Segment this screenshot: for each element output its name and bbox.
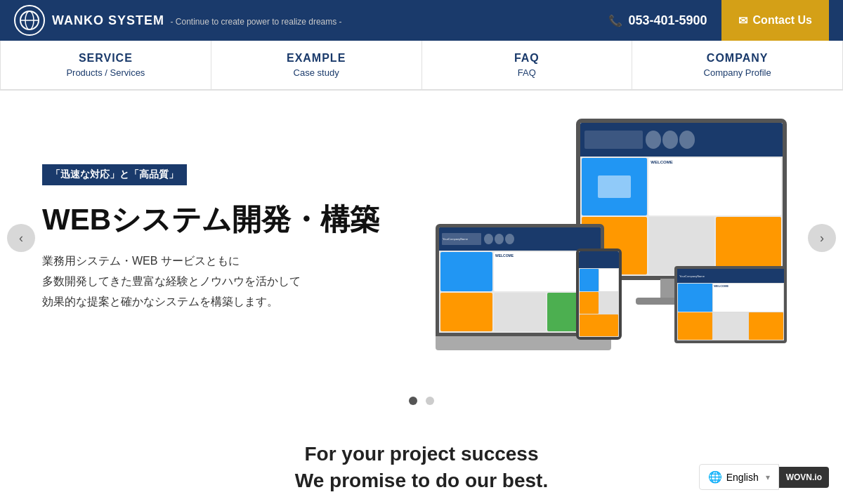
hero-section: ‹ 「迅速な対応」と「高品質」 WEBシステム開発・構築 業務用システム・WEB… [0, 91, 843, 385]
tagline-section: For your project success We promise to d… [0, 422, 843, 504]
chevron-down-icon: ▾ [766, 472, 770, 482]
phone-area: 📞 053-401-5900 [608, 13, 721, 28]
nav-example-sub: Case study [218, 67, 414, 78]
wovn-badge: WOVN.io [779, 467, 829, 488]
header-right: 📞 053-401-5900 ✉ Contact Us [608, 0, 829, 41]
logo-tagline: - Continue to create power to realize dr… [170, 17, 341, 27]
nav-service[interactable]: SERVICE Products / Services [0, 41, 211, 89]
slider-dot-2[interactable] [426, 397, 434, 405]
hero-badge: 「迅速な対応」と「高品質」 [42, 164, 187, 185]
hero-image-area: WELCOME YourCompanyName [422, 119, 801, 357]
contact-us-button[interactable]: ✉ Contact Us [721, 0, 829, 41]
device-phone [576, 248, 622, 340]
slider-next-button[interactable]: › [808, 224, 836, 252]
tagline-line1: For your project success [14, 443, 829, 465]
hero-desc-line1: 業務用システム・WEB サービスともに [42, 255, 240, 267]
device-tablet: YourCompanyName WELCOME [674, 266, 787, 343]
hero-desc-line3: 効果的な提案と確かなシステムを構築します。 [42, 296, 278, 307]
nav-service-sub: Products / Services [8, 67, 204, 78]
slider-dots [0, 385, 843, 422]
logo-text-container: WANKO SYSTEM - Continue to create power … [52, 13, 342, 28]
main-navigation: SERVICE Products / Services EXAMPLE Case… [0, 41, 843, 91]
nav-example-main: EXAMPLE [218, 52, 414, 65]
nav-company-main: COMPANY [639, 52, 835, 65]
hero-content: 「迅速な対応」と「高品質」 WEBシステム開発・構築 業務用システム・WEB サ… [42, 164, 422, 312]
hero-desc-line2: 多数開発してきた豊富な経験とノウハウを活かして [42, 275, 301, 287]
nav-company[interactable]: COMPANY Company Profile [632, 41, 843, 89]
logo-icon [14, 5, 45, 36]
envelope-icon: ✉ [738, 14, 747, 27]
devices-illustration: WELCOME YourCompanyName [436, 119, 787, 357]
phone-number: 053-401-5900 [628, 13, 707, 28]
language-selector-area: 🌐 English ▾ WOVN.io [699, 464, 829, 490]
language-label: English [726, 472, 759, 483]
page-header: WANKO SYSTEM - Continue to create power … [0, 0, 843, 41]
nav-faq[interactable]: FAQ FAQ [422, 41, 633, 89]
hero-title: WEBシステム開発・構築 [42, 202, 422, 237]
slider-prev-button[interactable]: ‹ [7, 224, 35, 252]
hero-description: 業務用システム・WEB サービスともに 多数開発してきた豊富な経験とノウハウを活… [42, 251, 422, 312]
nav-example[interactable]: EXAMPLE Case study [211, 41, 422, 89]
nav-company-sub: Company Profile [639, 67, 835, 78]
logo-area: WANKO SYSTEM - Continue to create power … [14, 5, 342, 36]
logo-text: WANKO SYSTEM [52, 13, 164, 27]
language-dropdown[interactable]: 🌐 English ▾ [699, 464, 779, 490]
nav-service-main: SERVICE [8, 52, 204, 65]
nav-faq-sub: FAQ [429, 67, 625, 78]
contact-label: Contact Us [753, 14, 812, 27]
nav-faq-main: FAQ [429, 52, 625, 65]
slider-dot-1[interactable] [409, 397, 417, 405]
globe-icon: 🌐 [708, 470, 722, 484]
phone-icon: 📞 [608, 14, 622, 27]
